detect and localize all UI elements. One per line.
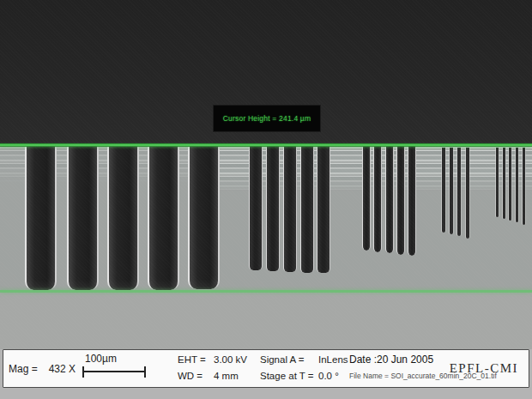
beam-readout-column: EHT = 3.00 kV WD = 4 mm <box>178 354 247 382</box>
trench-group-1-widest-1 <box>25 146 57 290</box>
trench-group-2-4 <box>300 147 314 273</box>
trench-group-2-3 <box>283 147 297 272</box>
trench-group-4-3 <box>457 148 461 236</box>
trench-group-4-1 <box>442 148 445 233</box>
trench-group-5-thinnest-3 <box>509 148 511 221</box>
micrograph: Cursor Height = 241.4 µm <box>0 0 532 349</box>
info-panel: Mag = 432 X 100µm EHT = 3.00 kV WD = 4 m… <box>3 349 529 388</box>
sem-capture-window: Cursor Height = 241.4 µm Mag = 432 X 100… <box>0 0 532 399</box>
substrate-below-trenches <box>0 293 532 349</box>
cursor-height-readout: Cursor Height = 241.4 µm <box>213 105 321 132</box>
scale-bar-label: 100µm <box>82 353 146 365</box>
trench-group-2-1 <box>249 147 263 270</box>
signal-value: InLens <box>318 354 348 366</box>
cursor-height-label: Cursor Height = 241.4 µm <box>223 114 311 123</box>
signal-readout: Signal A = InLens <box>260 354 348 366</box>
trench-group-2-2 <box>266 147 280 271</box>
signal-readout-column: Signal A = InLens Stage at T = 0.0 ° <box>260 354 348 382</box>
eht-value: 3.00 kV <box>214 354 247 366</box>
trench-group-3-5 <box>408 147 416 256</box>
wd-value: 4 mm <box>214 371 239 382</box>
wd-readout: WD = 4 mm <box>178 371 247 382</box>
scale-bar: 100µm <box>82 353 146 378</box>
trench-group-5-thinnest-1 <box>496 148 499 217</box>
trench-group-1-widest-2 <box>67 146 99 290</box>
scale-bar-ruler <box>82 366 146 378</box>
trench-group-1-widest-3 <box>107 146 139 290</box>
trench-group-2-5 <box>317 147 330 273</box>
trench-group-4-4 <box>466 148 469 239</box>
signal-label: Signal A = <box>260 354 318 366</box>
wd-label: WD = <box>178 371 214 382</box>
info-bar: Mag = 432 X 100µm EHT = 3.00 kV WD = 4 m… <box>0 349 532 399</box>
trench-group-4-2 <box>450 148 453 234</box>
mag-value: 432 X <box>49 363 76 375</box>
stage-tilt-readout: Stage at T = 0.0 ° <box>260 371 348 382</box>
trench-group-3-2 <box>373 147 382 252</box>
magnification-readout: Mag = 432 X <box>9 350 76 387</box>
trench-group-5-thinnest-4 <box>516 148 518 222</box>
stage-tilt-label: Stage at T = <box>260 371 318 382</box>
eht-label: EHT = <box>178 354 214 366</box>
height-cursor-line-bottom[interactable] <box>0 290 532 293</box>
trench-group-3-4 <box>396 147 405 255</box>
trench-group-5-thinnest-5 <box>523 148 525 225</box>
mag-label: Mag = <box>9 363 38 375</box>
epfl-cmi-logo: EPFL-CMI <box>450 361 518 376</box>
trench-group-3-1 <box>362 147 371 251</box>
trench-group-1-widest-5 <box>188 146 220 289</box>
trench-group-5-thinnest-2 <box>503 148 505 219</box>
scale-bar-line <box>84 371 144 372</box>
trench-group-1-widest-4 <box>148 146 179 290</box>
eht-readout: EHT = 3.00 kV <box>178 354 247 366</box>
height-cursor-line-top[interactable] <box>0 143 532 147</box>
trench-group-3-3 <box>385 147 394 253</box>
stage-tilt-value: 0.0 ° <box>318 371 339 382</box>
